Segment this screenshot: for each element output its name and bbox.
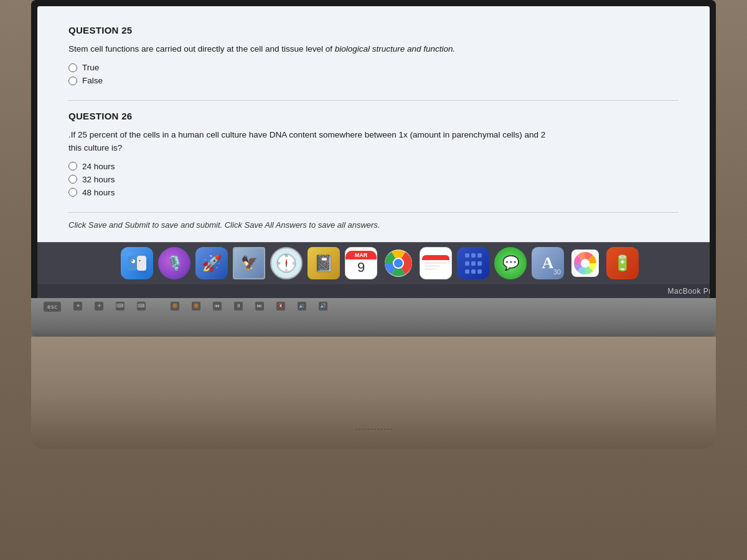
option-32hours-label: 32 hours	[82, 175, 115, 184]
laptop-base	[31, 337, 716, 449]
f3-key[interactable]: ⌨	[116, 302, 125, 310]
svg-point-6	[139, 260, 141, 261]
question-25-text: Stem cell functions are carried out dire…	[68, 43, 629, 55]
option-24hours[interactable]: 24 hours	[68, 162, 679, 171]
svg-rect-2	[137, 256, 146, 271]
option-true-label: True	[82, 63, 99, 72]
calendar-month: MAR	[345, 251, 377, 259]
f7-key[interactable]: ⏮	[213, 302, 222, 310]
radio-24hours[interactable]	[68, 162, 77, 170]
option-false-label: False	[82, 76, 103, 85]
esc-key[interactable]: esc	[44, 302, 61, 312]
f1-key[interactable]: ☀	[73, 302, 82, 310]
macos-dock: 🎙️ 🚀 🦅 N S	[37, 242, 710, 284]
question-26-block: QUESTION 26 .If 25 percent of the cells …	[68, 111, 679, 197]
dock-safari[interactable]: N S W E	[270, 247, 303, 279]
dock-mail[interactable]: 🦅	[233, 247, 265, 279]
svg-point-17	[394, 259, 403, 268]
svg-point-4	[132, 260, 133, 261]
dock-notes[interactable]: 📓	[308, 247, 340, 279]
option-24hours-label: 24 hours	[82, 162, 115, 171]
dock-chrome[interactable]	[382, 247, 415, 279]
f10-key[interactable]: 🔇	[276, 302, 285, 310]
divider-q25-q26	[68, 100, 679, 101]
dock-dictionary[interactable]: A 30	[532, 247, 564, 279]
f6-key[interactable]: 🔆	[192, 302, 200, 310]
dock-messages[interactable]: 💬	[494, 247, 527, 279]
radio-32hours[interactable]	[68, 175, 77, 184]
dock-siri[interactable]: 🎙️	[158, 247, 190, 279]
macbook-pro-label: MacBook Pro	[37, 284, 710, 298]
option-false[interactable]: False	[68, 76, 679, 85]
speaker-left	[356, 429, 392, 430]
question-25-title: QUESTION 25	[68, 25, 679, 35]
question-26-title: QUESTION 26	[68, 111, 679, 121]
dock-photos[interactable]	[569, 247, 601, 279]
svg-point-5	[139, 259, 143, 263]
svg-point-3	[131, 259, 135, 263]
dock-calendar[interactable]: MAR 9	[345, 247, 377, 279]
f2-key[interactable]: ☀	[95, 302, 103, 310]
svg-rect-1	[128, 256, 137, 271]
question-26-text: .If 25 percent of the cells in a human c…	[68, 129, 629, 154]
dock-power[interactable]: 🔋	[606, 247, 639, 279]
dock-launchpad[interactable]: 🚀	[195, 247, 228, 279]
f9-key[interactable]: ⏭	[255, 302, 264, 310]
radio-true[interactable]	[68, 63, 77, 72]
calendar-day: 9	[357, 259, 365, 276]
svg-text:W: W	[278, 261, 281, 265]
radio-48hours[interactable]	[68, 188, 77, 197]
question-25-block: QUESTION 25 Stem cell functions are carr…	[68, 25, 679, 85]
save-note: Click Save and Submit to save and submit…	[68, 212, 679, 230]
f11-key[interactable]: 🔉	[298, 302, 306, 310]
option-true[interactable]: True	[68, 63, 679, 72]
f12-key[interactable]: 🔊	[319, 302, 327, 310]
laptop-bottom-bar	[31, 329, 716, 337]
svg-text:N: N	[285, 254, 288, 258]
option-32hours[interactable]: 32 hours	[68, 175, 679, 184]
option-48hours[interactable]: 48 hours	[68, 188, 679, 197]
dock-finder[interactable]	[121, 247, 153, 279]
f8-key[interactable]: ⏸	[234, 302, 243, 310]
keyboard-row: esc ☀ ☀ ⌨ ⌨ 🔆 🔆 ⏮ ⏸ ⏭ 🔇 🔉 🔊	[31, 298, 716, 329]
f5-key[interactable]: 🔆	[171, 302, 179, 310]
option-48hours-label: 48 hours	[82, 188, 115, 197]
dock-grid[interactable]	[457, 247, 489, 279]
svg-point-19	[581, 259, 590, 268]
dock-reminders[interactable]	[420, 247, 452, 279]
f4-key[interactable]: ⌨	[137, 302, 146, 310]
radio-false[interactable]	[68, 77, 77, 85]
